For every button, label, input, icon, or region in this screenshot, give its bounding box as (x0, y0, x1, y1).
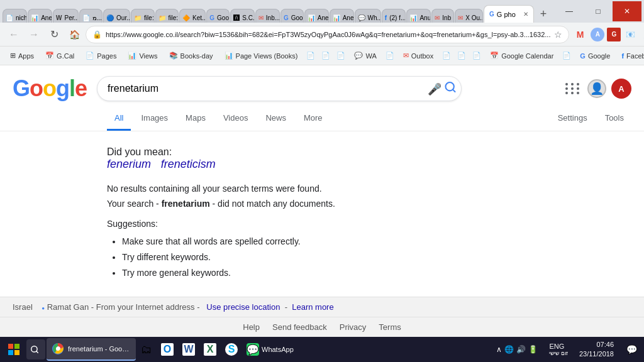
tab-favicon-2: 📊 (31, 14, 38, 21)
nav-tools[interactable]: Tools (597, 107, 631, 131)
home-button[interactable]: 🏠 (65, 26, 83, 43)
tab-inactive-18[interactable]: ✉ Inb ✕ (431, 9, 454, 23)
bookmark-icon-5[interactable]: 📄 (440, 48, 453, 63)
tab-inactive-16[interactable]: f (2) f... ✕ (382, 9, 406, 23)
google-logo[interactable]: Google (13, 75, 87, 102)
tab-inactive[interactable]: 📄 nich ✕ (3, 9, 27, 23)
bookmark-icon-3-favicon: 📄 (336, 52, 345, 60)
url-text: https://www.google.co.il/search?biw=1536… (106, 31, 550, 38)
bookmark-icon-1[interactable]: 📄 (304, 48, 318, 63)
tab-inactive-2[interactable]: 📊 Ane ✕ (28, 9, 52, 23)
bookmark-google[interactable]: G Google (575, 48, 615, 63)
bookmark-apps[interactable]: ⊞ Apps (5, 48, 39, 63)
extension-btn-3[interactable]: 📌 (640, 26, 644, 43)
taskbar-lang[interactable]: ENG זום שישי (545, 343, 572, 356)
tray-expand-icon[interactable]: ∧ (496, 345, 502, 354)
tab-inactive-12[interactable]: G Goo ✕ (280, 9, 304, 23)
bookmark-icon-7[interactable]: 📄 (470, 48, 484, 63)
bookmark-google-calendar[interactable]: 📅 Google Calendar (485, 48, 558, 63)
nav-tab-more[interactable]: More (296, 107, 330, 131)
tray-volume-icon[interactable]: 🔊 (516, 345, 526, 354)
taskbar-clock[interactable]: 07:46 23/11/2018 (574, 340, 619, 359)
bookmark-page-views[interactable]: 📊 Page Views (Books) (219, 48, 303, 63)
suggestion-link-2[interactable]: freneticism (161, 158, 216, 170)
new-tab-button[interactable]: + (535, 5, 552, 23)
tab-inactive-7[interactable]: 📁 file: ✕ (155, 9, 179, 23)
taskbar-chrome-app[interactable]: frenetarium - Goog... (47, 338, 136, 361)
taskbar-word-app[interactable]: W (179, 338, 199, 361)
tab-inactive-15[interactable]: 💬 Wh... ✕ (355, 9, 381, 23)
tab-inactive-10[interactable]: 🅰 S.C. ✕ (230, 9, 255, 23)
tab-inactive-4[interactable]: 📄 מ... ✕ (79, 9, 103, 23)
bookmark-pages[interactable]: 📄 Pages (80, 48, 121, 63)
search-input[interactable] (97, 76, 462, 101)
gmail-nav-button[interactable]: M (572, 26, 588, 43)
tab-inactive-8[interactable]: 🔶 Ket... ✕ (179, 9, 206, 23)
profile-nav-button[interactable]: A (589, 26, 606, 43)
tab-close-active-icon[interactable]: ✕ (523, 11, 528, 18)
search-submit-button[interactable] (444, 81, 457, 97)
taskbar-notification[interactable]: 💬 (621, 338, 641, 361)
signed-in-avatar[interactable]: A (611, 79, 631, 99)
address-bar[interactable]: 🔒 https://www.google.co.il/search?biw=15… (86, 26, 569, 43)
extension-btn-1[interactable]: G (607, 28, 621, 41)
taskbar-whatsapp-app[interactable]: 💬 WhatsApp (243, 338, 297, 361)
tab-close-icon-18[interactable]: ✕ (453, 14, 454, 21)
nav-tab-maps[interactable]: Maps (178, 107, 213, 131)
tab-inactive-3[interactable]: W Per... ✕ (53, 9, 79, 23)
back-button[interactable]: ← (5, 26, 23, 43)
tab-inactive-6[interactable]: 📁 file: ✕ (131, 9, 154, 23)
tray-battery-icon[interactable]: 🔋 (528, 345, 538, 354)
bookmark-icon-4[interactable]: 📄 (383, 48, 397, 63)
logo-g2: g (56, 75, 69, 102)
tray-network-icon[interactable]: 🌐 (504, 345, 514, 354)
bookmark-facebook[interactable]: f Facebook (616, 48, 644, 63)
tab-inactive-17[interactable]: 📊 Anu ✕ (406, 9, 431, 23)
bookmark-icon-6[interactable]: 📄 (455, 48, 469, 63)
taskbar-skype-app[interactable]: S (221, 338, 242, 361)
minimize-button[interactable]: — (555, 1, 584, 21)
tab-inactive-11[interactable]: ✉ Inb... ✕ (255, 9, 280, 23)
bookmark-gcal[interactable]: 📅 G.Cal (40, 48, 79, 63)
forward-button[interactable]: → (25, 26, 43, 43)
bookmark-books-day[interactable]: 📚 Books-day (164, 48, 218, 63)
tab-inactive-9[interactable]: G Goo ✕ (206, 9, 230, 23)
close-button[interactable]: ✕ (613, 1, 641, 21)
start-button[interactable] (3, 338, 25, 361)
maximize-button[interactable]: □ (584, 1, 613, 21)
microphone-icon[interactable]: 🎤 (428, 82, 441, 96)
bookmark-icon-8[interactable]: 📄 (560, 48, 574, 63)
star-icon[interactable]: ☆ (554, 30, 562, 40)
bookmark-google-label: Google (588, 52, 610, 60)
taskbar-explorer-app[interactable]: 🗂 (137, 338, 156, 361)
send-feedback-link[interactable]: Send feedback (272, 322, 327, 332)
bookmark-outbox[interactable]: ✉ Outbox (398, 48, 438, 63)
use-precise-location-link[interactable]: Use precise location (206, 302, 282, 312)
taskbar-outlook-app[interactable]: O (157, 338, 177, 361)
taskbar-excel-app[interactable]: X (200, 338, 220, 361)
privacy-link[interactable]: Privacy (340, 322, 367, 332)
apps-grid-button[interactable] (564, 79, 582, 98)
bookmark-icon-3[interactable]: 📄 (334, 48, 348, 63)
bookmark-wa[interactable]: 💬 WA (349, 48, 381, 63)
tab-inactive-13[interactable]: 📊 Ane ✕ (304, 9, 329, 23)
tab-inactive-14[interactable]: 📊 Ane ✕ (330, 9, 354, 23)
reload-button[interactable]: ↻ (45, 26, 63, 43)
bookmark-icon-2[interactable]: 📄 (319, 48, 333, 63)
tab-inactive-19[interactable]: ✉ X Ou... ✕ (455, 9, 483, 23)
learn-more-link[interactable]: Learn more (292, 302, 333, 312)
tab-active[interactable]: G G pho ✕ (484, 5, 534, 23)
extension-btn-2[interactable]: 📧 (622, 26, 638, 43)
taskbar-search-button[interactable] (26, 339, 45, 359)
nav-tab-news[interactable]: News (258, 107, 294, 131)
nav-tab-all[interactable]: All (107, 107, 131, 131)
terms-link[interactable]: Terms (379, 322, 401, 332)
suggestion-link-1[interactable]: fenerium (107, 158, 151, 170)
nav-tab-videos[interactable]: Videos (216, 107, 256, 131)
user-avatar-circle[interactable]: 👤 (587, 79, 606, 98)
nav-tab-images[interactable]: Images (133, 107, 175, 131)
help-link[interactable]: Help (243, 322, 260, 332)
tab-inactive-5[interactable]: 🔵 Our... ✕ (103, 9, 130, 23)
nav-settings[interactable]: Settings (550, 107, 595, 131)
bookmark-views[interactable]: 📊 Views (123, 48, 162, 63)
